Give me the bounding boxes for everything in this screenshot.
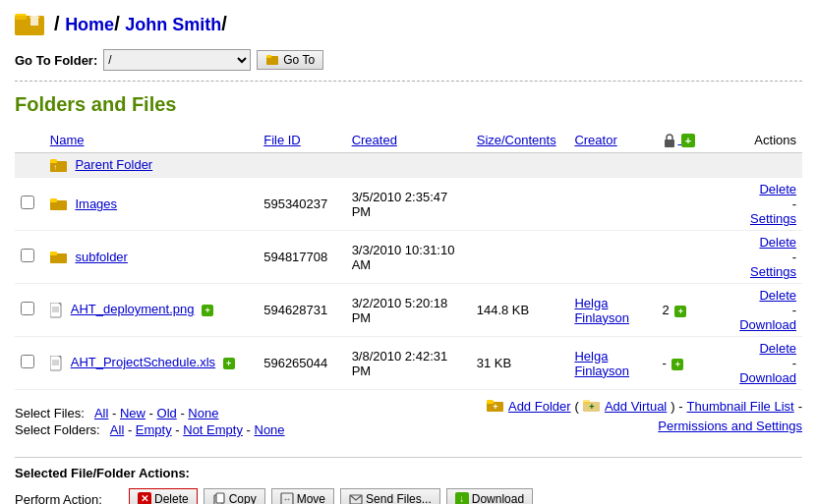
col-header-fileid[interactable]: File ID <box>258 128 345 152</box>
goto-button[interactable]: Go To <box>257 50 323 70</box>
actions-title: Selected File/Folder Actions: <box>15 466 802 480</box>
file-link-deployment[interactable]: AHT_deployment.png <box>71 302 195 316</box>
move-button[interactable]: ↔ Move <box>271 488 334 504</box>
svg-rect-7 <box>665 140 674 147</box>
download-add-icon-schedule: + <box>671 359 683 370</box>
home-folder-icon <box>15 10 46 37</box>
col-header-size[interactable]: Size/Contents <box>471 128 569 152</box>
svg-rect-4 <box>30 18 38 26</box>
add-folder-icon: + <box>487 398 504 415</box>
select-folders-none[interactable]: None <box>255 422 285 437</box>
parent-folder-icon: ↑ <box>50 157 68 173</box>
row-checkbox-subfolder[interactable] <box>21 249 34 262</box>
permissions-settings-link[interactable]: Permissions and Settings <box>658 419 802 433</box>
svg-text:+: + <box>493 402 497 412</box>
svg-text:↑: ↑ <box>53 163 57 172</box>
copy-button[interactable]: Copy <box>204 488 265 504</box>
parent-folder-link[interactable]: Parent Folder <box>75 157 152 172</box>
file-add-icon-deployment: + <box>202 305 213 316</box>
select-files-none[interactable]: None <box>188 406 218 420</box>
send-files-button[interactable]: Send Files... <box>340 488 440 504</box>
folder-link-images[interactable]: Images <box>75 196 117 211</box>
section-title: Folders and Files <box>15 93 802 116</box>
download-count-schedule: - <box>662 356 666 370</box>
select-folders-notempty[interactable]: Not Empty <box>183 422 243 437</box>
select-files-row: Select Files: All - New - Old - None <box>15 406 285 420</box>
perform-label: Perform Action: <box>15 492 123 504</box>
col-header-name[interactable]: Name <box>44 128 258 152</box>
row-checkbox-schedule[interactable] <box>21 355 34 368</box>
select-folders-all[interactable]: All <box>110 422 124 437</box>
download-count-deployment: 2 <box>662 303 669 317</box>
file-icon-schedule <box>50 356 64 371</box>
send-icon <box>349 492 363 504</box>
file-add-icon-schedule: + <box>223 358 235 369</box>
goto-label: Go To Folder: <box>15 53 97 68</box>
download-button[interactable]: ↓ Download <box>446 488 533 504</box>
copy-icon <box>212 492 226 504</box>
folder-link-subfolder[interactable]: subfolder <box>75 250 127 264</box>
select-folders-empty[interactable]: Empty <box>136 422 172 437</box>
select-files-label: Select Files: <box>15 406 85 420</box>
thumbnail-file-list-link[interactable]: Thumbnail File List <box>687 399 794 414</box>
home-link[interactable]: Home <box>65 15 114 34</box>
move-icon: ↔ <box>280 492 294 504</box>
delete-link-subfolder[interactable]: Delete <box>711 235 796 250</box>
svg-rect-14 <box>50 252 57 255</box>
col-header-checkbox <box>15 128 44 152</box>
actions-section: Selected File/Folder Actions: Perform Ac… <box>15 457 802 504</box>
folder-icon-images <box>50 197 68 211</box>
select-files-all[interactable]: All <box>94 406 108 420</box>
file-link-schedule[interactable]: AHT_ProjectSchedule.xls <box>71 355 215 369</box>
select-folders-row: Select Folders: All - Empty - Not Empty … <box>15 422 285 437</box>
settings-link-images[interactable]: Settings <box>711 211 796 226</box>
table-row: Images 595340237 3/5/2010 2:35:47 PM Del… <box>15 178 802 231</box>
download-link-schedule[interactable]: Download <box>711 370 796 385</box>
select-files-new[interactable]: New <box>120 406 146 420</box>
add-virtual-link[interactable]: Add Virtual <box>605 399 667 414</box>
col-header-actions: Actions <box>705 128 802 152</box>
download-icon: ↓ <box>455 492 469 504</box>
svg-rect-12 <box>50 198 57 202</box>
table-row: AHT_ProjectSchedule.xls + 596265044 3/8/… <box>15 337 802 390</box>
download-add-icon-deployment: + <box>674 306 686 317</box>
page-header: / Home/ John Smith/ <box>15 10 802 37</box>
select-folders-label: Select Folders: <box>15 422 100 437</box>
delete-link-schedule[interactable]: Delete <box>711 341 796 356</box>
col-header-creator[interactable]: Creator <box>568 128 656 152</box>
download-link-deployment[interactable]: Download <box>711 317 796 332</box>
select-files-old[interactable]: Old <box>157 406 177 420</box>
table-row: AHT_deployment.png + 594628731 3/2/2010 … <box>15 284 802 337</box>
delete-link-images[interactable]: Delete <box>711 182 796 196</box>
creator-link-deployment[interactable]: Helga Finlayson <box>574 296 629 325</box>
user-link[interactable]: John Smith <box>125 15 221 34</box>
goto-icon <box>265 53 279 67</box>
lock-icon <box>662 133 677 148</box>
add-icon-header: + <box>681 134 695 147</box>
svg-text:+: + <box>589 402 594 412</box>
folder-icon-subfolder <box>50 251 68 264</box>
file-table: Name File ID Created Size/Contents Creat… <box>15 128 802 390</box>
add-virtual-icon: + <box>583 398 601 415</box>
delete-icon: ✕ <box>138 492 151 504</box>
parent-folder-row: ↑ Parent Folder <box>15 152 802 178</box>
row-checkbox-deployment[interactable] <box>21 302 34 315</box>
row-checkbox-images[interactable] <box>21 196 34 209</box>
col-header-icons: + <box>656 128 705 152</box>
section-divider <box>15 81 802 82</box>
file-icon-deployment <box>50 303 64 318</box>
delete-button[interactable]: ✕ Delete <box>129 488 198 504</box>
settings-link-subfolder[interactable]: Settings <box>711 264 796 279</box>
svg-rect-2 <box>15 16 44 35</box>
breadcrumb: / Home/ John Smith/ <box>54 13 227 35</box>
svg-rect-30 <box>216 493 224 503</box>
svg-rect-6 <box>266 55 271 58</box>
table-row: subfolder 594817708 3/3/2010 10:31:10 AM… <box>15 231 802 284</box>
col-header-created[interactable]: Created <box>346 128 471 152</box>
creator-link-schedule[interactable]: Helga Finlayson <box>574 349 629 378</box>
add-folder-link[interactable]: Add Folder <box>508 399 571 414</box>
perform-action-row: Perform Action: ✕ Delete Copy ↔ Move Sen <box>15 488 802 504</box>
goto-select[interactable]: / <box>103 49 251 71</box>
goto-folder-row: Go To Folder: / Go To <box>15 49 802 71</box>
delete-link-deployment[interactable]: Delete <box>711 288 796 303</box>
